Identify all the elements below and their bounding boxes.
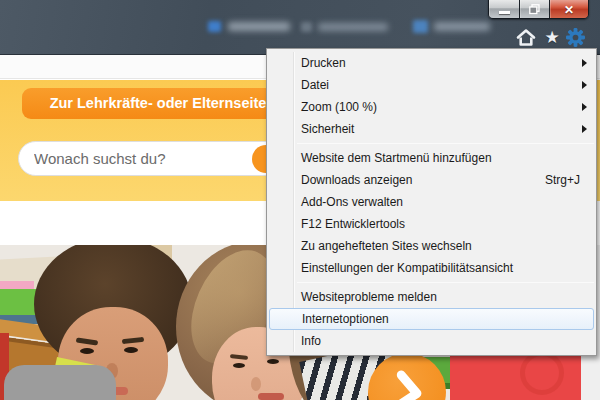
browser-window: ✕ ★	[0, 0, 600, 400]
menu-item-zu-angehefteten-sites-wechseln[interactable]: Zu angehefteten Sites wechseln	[267, 235, 596, 257]
menu-item-f12-entwicklertools[interactable]: F12 Entwicklertools	[267, 213, 596, 235]
submenu-arrow-icon	[582, 81, 587, 89]
menu-item-label: Internetoptionen	[302, 312, 389, 326]
teacher-parent-page-button[interactable]: Zur Lehrkräfte- oder Elternseite	[22, 88, 294, 119]
menu-item-label: Zoom (100 %)	[301, 100, 377, 114]
menu-item-downloads-anzeigen[interactable]: Downloads anzeigenStrg+J	[267, 169, 596, 191]
menu-item-label: Drucken	[301, 56, 346, 70]
tools-menu-items: DruckenDateiZoom (100 %)SicherheitWebsit…	[267, 52, 596, 352]
tools-menu: DruckenDateiZoom (100 %)SicherheitWebsit…	[266, 48, 597, 356]
menu-item-label: Sicherheit	[301, 122, 354, 136]
menu-item-label: Info	[301, 334, 321, 348]
menu-item-label: F12 Entwicklertools	[301, 217, 405, 231]
menu-separator	[297, 143, 594, 144]
submenu-arrow-icon	[582, 59, 587, 67]
menu-item-label: Add-Ons verwalten	[301, 195, 403, 209]
menu-item-website-dem-startmen-hinzuf-gen[interactable]: Website dem Startmenü hinzufügen	[267, 147, 596, 169]
menu-separator	[297, 282, 594, 283]
chevron-right-icon	[384, 365, 430, 400]
menu-item-label: Website dem Startmenü hinzufügen	[301, 151, 492, 165]
menu-item-internetoptionen[interactable]: Internetoptionen	[269, 308, 594, 330]
search-input[interactable]	[34, 142, 244, 175]
menu-item-sicherheit[interactable]: Sicherheit	[267, 118, 596, 140]
menu-item-drucken[interactable]: Drucken	[267, 52, 596, 74]
menu-item-label: Einstellungen der Kompatibilitätsansicht	[301, 261, 513, 275]
menu-item-add-ons-verwalten[interactable]: Add-Ons verwalten	[267, 191, 596, 213]
menu-item-zoom-100-[interactable]: Zoom (100 %)	[267, 96, 596, 118]
site-search	[18, 141, 294, 176]
menu-item-websiteprobleme-melden[interactable]: Websiteprobleme melden	[267, 286, 596, 308]
menu-item-info[interactable]: Info	[267, 330, 596, 352]
menu-item-label: Downloads anzeigen	[301, 173, 412, 187]
menu-item-label: Websiteprobleme melden	[301, 290, 437, 304]
menu-item-shortcut: Strg+J	[545, 169, 580, 191]
menu-item-einstellungen-der-kompatibilit-tsansicht[interactable]: Einstellungen der Kompatibilitätsansicht	[267, 257, 596, 279]
submenu-arrow-icon	[582, 125, 587, 133]
submenu-arrow-icon	[582, 103, 587, 111]
menu-item-datei[interactable]: Datei	[267, 74, 596, 96]
menu-item-label: Zu angehefteten Sites wechseln	[301, 239, 472, 253]
menu-item-label: Datei	[301, 78, 329, 92]
